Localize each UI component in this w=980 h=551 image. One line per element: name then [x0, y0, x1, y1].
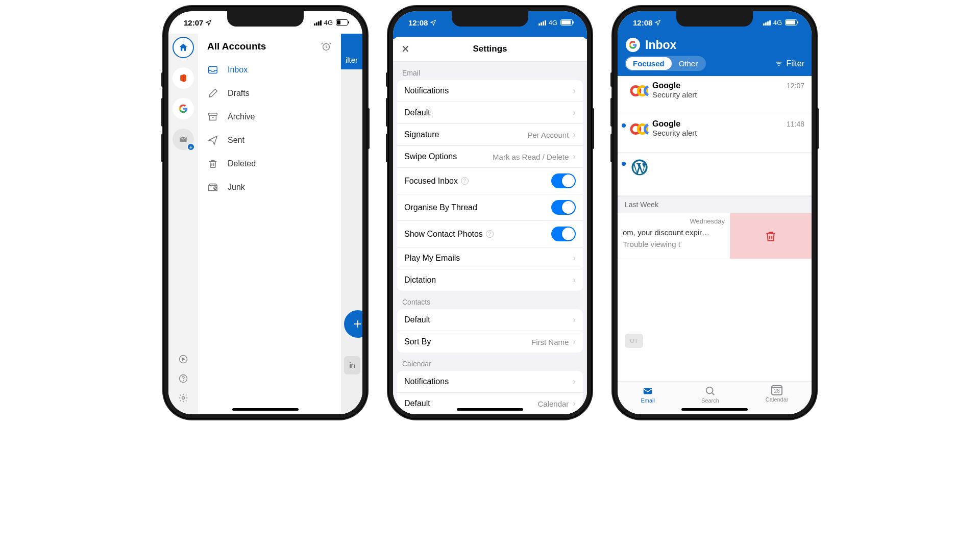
plus-icon: + — [354, 316, 362, 332]
help-icon[interactable] — [178, 373, 188, 384]
chevron-right-icon: › — [573, 86, 576, 96]
message-row[interactable]: Google 12:07 Security alert — [618, 76, 812, 114]
inbox-title: Inbox — [645, 38, 676, 52]
row-dictation[interactable]: Dictation › — [397, 269, 583, 291]
chevron-right-icon: › — [573, 337, 576, 347]
settings-group-email: Notifications › Default › Signature Per … — [397, 80, 583, 291]
svg-rect-10 — [209, 113, 217, 116]
toggle-focused-inbox[interactable] — [551, 173, 576, 188]
folder-drawer: All Accounts Inbox Drafts — [198, 34, 341, 414]
unread-dot-icon — [622, 162, 626, 166]
focused-other-segment: Focused Other — [625, 56, 706, 71]
row-notifications[interactable]: Notifications › — [397, 80, 583, 102]
folder-label: Inbox — [228, 65, 248, 74]
settings-header: ✕ Settings — [393, 37, 587, 62]
message-row-swiped[interactable]: Wednesday om, your discount expir… Troub… — [618, 213, 812, 259]
row-swipe-options[interactable]: Swipe Options Mark as Read / Delete › — [397, 145, 583, 167]
phone-frame-3: 12:08 4G Inbox — [612, 6, 817, 419]
toggle-organise-thread[interactable] — [551, 200, 576, 215]
message-row[interactable]: Google 11:48 Security alert — [618, 114, 812, 153]
location-icon — [430, 19, 436, 26]
folder-sent[interactable]: Sent — [207, 129, 341, 152]
folder-drafts[interactable]: Drafts — [207, 82, 341, 105]
rail-office-account[interactable] — [173, 67, 194, 89]
section-contacts-label: Contacts — [393, 291, 587, 309]
chevron-right-icon: › — [573, 152, 576, 162]
svg-rect-2 — [318, 21, 320, 26]
section-email-label: Email — [393, 62, 587, 80]
archive-icon — [207, 111, 218, 122]
help-badge-icon[interactable]: ? — [486, 230, 494, 238]
row-focused-inbox: Focused Inbox? — [397, 167, 583, 194]
rail-google-account[interactable] — [173, 98, 194, 119]
folder-label: Junk — [228, 183, 245, 192]
status-time: 12:07 — [184, 18, 203, 27]
home-indicator[interactable] — [681, 408, 748, 411]
row-play-my-emails[interactable]: Play My Emails › — [397, 247, 583, 269]
account-avatar-google[interactable] — [626, 38, 640, 52]
folder-label: Drafts — [228, 89, 250, 98]
folder-label: Sent — [228, 136, 244, 145]
home-indicator[interactable] — [457, 408, 523, 411]
phone-frame-2: 12:08 4G ✕ Settings Email — [388, 6, 592, 419]
message-subject-partial: om, your discount expir… — [623, 228, 725, 237]
toggle-contact-photos[interactable] — [551, 227, 576, 241]
svg-rect-3 — [320, 20, 322, 26]
row-cal-default[interactable]: Default Calendar › — [397, 392, 583, 414]
folder-junk[interactable]: Junk — [207, 176, 341, 199]
battery-icon — [785, 19, 797, 26]
row-sort-by[interactable]: Sort By First Name › — [397, 331, 583, 353]
segment-other[interactable]: Other — [672, 57, 705, 70]
signal-icon — [763, 20, 771, 26]
svg-rect-15 — [545, 20, 546, 26]
network-label: 4G — [324, 19, 333, 27]
help-badge-icon[interactable]: ? — [461, 177, 469, 185]
background-inbox-slice: ilter + in — [341, 34, 362, 414]
chevron-right-icon: › — [573, 398, 576, 409]
row-default[interactable]: Default › — [397, 102, 583, 123]
account-rail: + — [168, 34, 198, 414]
partial-avatar: OT — [625, 334, 643, 348]
tab-search[interactable]: Search — [701, 385, 719, 404]
sender-avatar-wordpress-icon — [630, 158, 649, 177]
filter-partial-text: ilter — [346, 56, 358, 64]
compose-fab[interactable]: + — [344, 310, 362, 338]
drawer-title: All Accounts — [207, 41, 266, 52]
status-time: 12:08 — [408, 18, 428, 27]
svg-point-6 — [183, 380, 184, 381]
play-icon[interactable] — [178, 354, 188, 364]
home-indicator[interactable] — [232, 408, 299, 411]
rail-add-account[interactable]: + — [173, 129, 194, 150]
folder-archive[interactable]: Archive — [207, 105, 341, 129]
rail-home[interactable] — [173, 37, 194, 58]
message-sender: Google — [652, 81, 680, 90]
plus-badge-icon: + — [187, 143, 195, 151]
tab-email[interactable]: Email — [641, 385, 655, 404]
svg-rect-16 — [763, 23, 765, 26]
chevron-right-icon: › — [573, 377, 576, 387]
partial-button[interactable]: in — [344, 356, 360, 374]
folder-inbox[interactable]: Inbox — [207, 58, 341, 82]
message-sender: Google — [652, 119, 680, 129]
message-list[interactable]: Google 12:07 Security alert Google — [618, 76, 812, 382]
svg-point-7 — [182, 397, 185, 399]
row-contacts-default[interactable]: Default › — [397, 309, 583, 331]
section-calendar-label: Calendar — [393, 353, 587, 371]
filter-button[interactable]: Filter — [775, 59, 804, 68]
network-label: 4G — [773, 19, 782, 27]
message-row[interactable] — [618, 153, 812, 196]
tab-calendar[interactable]: 28 Calendar — [766, 385, 789, 403]
chevron-right-icon: › — [573, 275, 576, 285]
alarm-icon[interactable] — [321, 41, 332, 52]
svg-rect-17 — [765, 22, 767, 26]
segment-focused[interactable]: Focused — [626, 57, 672, 70]
folder-deleted[interactable]: Deleted — [207, 152, 341, 176]
section-last-week: Last Week — [618, 196, 812, 213]
row-organise-thread: Organise By Thread — [397, 194, 583, 220]
row-signature[interactable]: Signature Per Account › — [397, 123, 583, 145]
swipe-delete-action[interactable] — [730, 213, 812, 259]
settings-gear-icon[interactable] — [178, 393, 188, 403]
close-icon[interactable]: ✕ — [401, 43, 410, 55]
row-cal-notifications[interactable]: Notifications › — [397, 371, 583, 392]
unread-dot-icon — [622, 123, 626, 128]
